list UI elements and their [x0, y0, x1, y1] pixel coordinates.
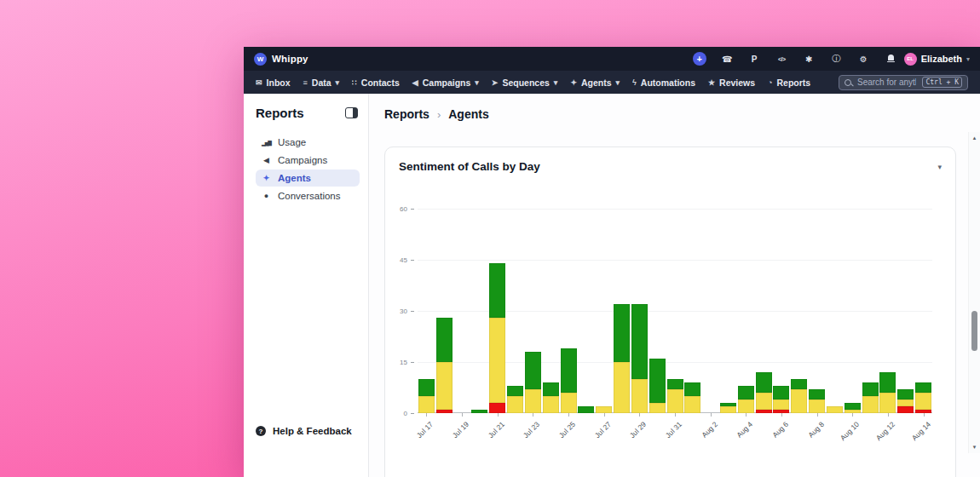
x-axis-tick-label: Aug 4 [735, 420, 755, 440]
x-axis-tick-label: Aug 10 [839, 420, 861, 442]
help-feedback-button[interactable]: ? Help & Feedback [256, 426, 360, 436]
sidebar-item-label: Agents [278, 173, 311, 183]
x-axis-tick-label: Jul 17 [415, 420, 435, 440]
scroll-up-icon[interactable]: ▲ [972, 135, 977, 141]
bar-segment-yellow-jul-24 [543, 396, 559, 413]
agents-icon: ✦ [262, 174, 271, 182]
y-axis-tick [411, 209, 414, 210]
gridline [418, 260, 932, 261]
code-icon: </> [778, 56, 786, 62]
bar-segment-yellow-aug-3 [720, 406, 736, 413]
bar-segment-green-jul-31 [667, 379, 683, 389]
bar-segment-green-aug-6 [773, 386, 789, 399]
automations-icon: ϟ [632, 78, 637, 87]
sentiment-bar-chart: 015304560Jul 17Jul 19Jul 21Jul 23Jul 25J… [418, 209, 932, 413]
sidebar-item-conversations[interactable]: ●Conversations [256, 187, 360, 204]
info-button[interactable]: ⓘ [830, 53, 843, 66]
x-axis-tick-label: Jul 19 [451, 420, 470, 440]
bar-segment-green-aug-3 [720, 403, 736, 406]
sidebar-item-label: Conversations [278, 191, 341, 201]
scrollbar-thumb[interactable] [971, 311, 977, 351]
brand[interactable]: W Whippy [254, 53, 308, 66]
sidebar-item-campaigns[interactable]: ◀Campaigns [256, 152, 360, 169]
bar-segment-yellow-aug-12 [879, 393, 896, 413]
sidebar-item-agents[interactable]: ✦Agents [256, 170, 360, 187]
x-axis-tick [675, 413, 676, 417]
bar-segment-green-jul-29 [631, 304, 648, 379]
apps-icon: ✱ [805, 55, 812, 64]
user-menu[interactable]: EL Elizabeth ▾ [904, 53, 970, 66]
nav-item-contacts[interactable]: ∷Contacts [352, 78, 400, 88]
y-axis-tick [411, 413, 414, 414]
bar-segment-green-jul-28 [614, 304, 630, 362]
x-axis-tick [498, 413, 499, 417]
nav-item-data[interactable]: ≡Data▾ [303, 78, 340, 88]
x-axis-tick [817, 413, 818, 417]
nav-item-label: Campaigns [423, 78, 471, 88]
nav-item-label: Reports [777, 78, 811, 88]
nav-item-inbox[interactable]: ✉Inbox [256, 78, 291, 88]
bar-segment-green-aug-12 [879, 372, 896, 393]
nav-item-reviews[interactable]: ★Reviews [708, 78, 755, 88]
breadcrumb-item-reports[interactable]: Reports [384, 107, 429, 121]
bar-segment-yellow-aug-6 [773, 399, 789, 410]
bar-segment-yellow-jul-18 [436, 362, 453, 410]
avatar: EL [904, 53, 917, 66]
x-axis-tick [533, 413, 533, 417]
phone-button[interactable]: ☎ [721, 53, 734, 66]
gear-button[interactable]: ⚙ [857, 53, 870, 66]
plus-button[interactable]: + [693, 52, 706, 66]
brand-name: Whippy [272, 54, 308, 64]
bar-segment-green-aug-14 [915, 382, 931, 393]
nav-item-sequences[interactable]: ➤Sequences▾ [492, 78, 558, 88]
bar-segment-green-jul-25 [561, 348, 577, 393]
nav-item-label: Agents [581, 78, 612, 88]
nav-item-campaigns[interactable]: ◀Campaigns▾ [412, 78, 479, 88]
search-input[interactable] [856, 77, 918, 88]
card-collapse-icon[interactable]: ▾ [937, 163, 942, 171]
bar-segment-yellow-jul-28 [614, 362, 630, 413]
nav-item-automations[interactable]: ϟAutomations [632, 78, 695, 88]
scroll-down-icon[interactable]: ▼ [972, 445, 977, 450]
chevron-down-icon: ▾ [966, 55, 970, 63]
bar-segment-red-aug-13 [897, 406, 914, 413]
campaigns-icon: ◀ [262, 156, 271, 164]
x-axis-tick [746, 413, 747, 417]
sidebar-item-usage[interactable]: ▂▅▇Usage [256, 134, 360, 151]
bell-button[interactable] [885, 53, 897, 66]
y-axis-tick [411, 362, 414, 363]
collapse-sidebar-icon[interactable] [345, 107, 358, 118]
x-axis-tick-label: Jul 23 [522, 420, 541, 440]
bar-segment-green-aug-13 [897, 389, 914, 399]
breadcrumb-item-agents[interactable]: Agents [448, 107, 488, 121]
y-axis-tick-label: 0 [385, 410, 407, 417]
bar-segment-green-jul-22 [507, 386, 523, 396]
bar-segment-yellow-aug-4 [738, 399, 754, 413]
code-button[interactable]: </> [775, 53, 788, 66]
x-axis-tick [924, 413, 925, 417]
letter-p-button[interactable]: P [748, 53, 761, 66]
phone-icon: ☎ [722, 55, 732, 64]
bar-segment-yellow-aug-11 [862, 396, 879, 413]
sentiment-card: Sentiment of Calls by Day ▾ 015304560Jul… [384, 147, 956, 477]
bell-icon [887, 55, 895, 63]
bar-segment-yellow-jul-25 [561, 393, 577, 413]
reports-icon: ◔ [768, 78, 772, 87]
nav-item-label: Automations [641, 78, 695, 88]
bar-segment-green-aug-5 [756, 372, 772, 393]
nav-item-agents[interactable]: ✦Agents▾ [570, 78, 620, 88]
y-axis-tick [411, 311, 414, 312]
bar-segment-green-aug-4 [738, 386, 754, 399]
breadcrumb-separator: › [437, 108, 441, 121]
card-title: Sentiment of Calls by Day [399, 160, 540, 173]
reviews-icon: ★ [708, 78, 715, 87]
global-search[interactable]: Ctrl + K [839, 75, 968, 90]
x-axis-tick [888, 413, 889, 417]
user-name: Elizabeth [921, 54, 962, 64]
y-axis-tick-label: 60 [385, 205, 407, 213]
vertical-scrollbar[interactable]: ▲ ▼ [968, 132, 980, 453]
contacts-icon: ∷ [352, 78, 357, 87]
apps-button[interactable]: ✱ [803, 53, 816, 66]
whippy-logo-icon: W [254, 53, 267, 66]
nav-item-reports[interactable]: ◔Reports [768, 78, 810, 88]
